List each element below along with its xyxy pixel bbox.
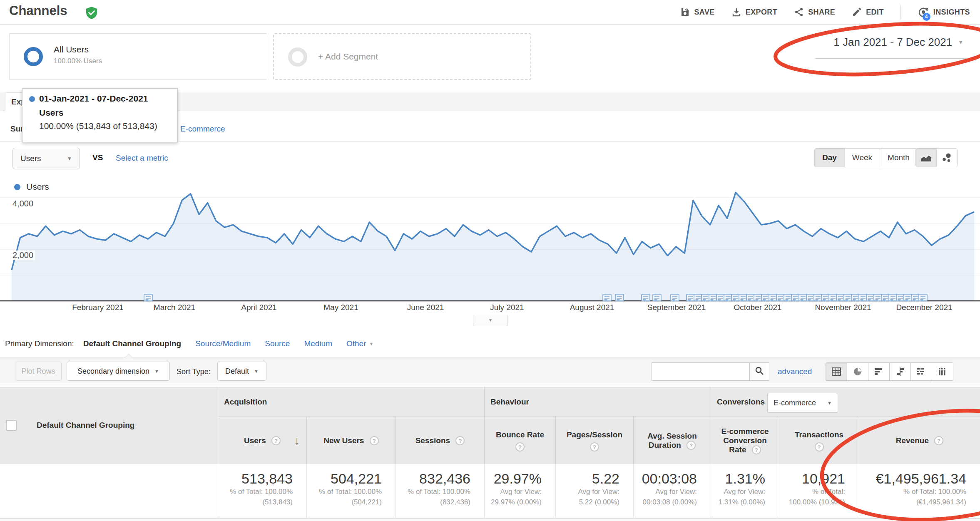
column-header-new-users[interactable]: New Users ? — [306, 417, 395, 464]
total-subtext: 100.00% (10,921) — [779, 497, 845, 508]
total-cell-bounce-rate: 29.97%Avg for View:29.97% (0.00%) — [484, 464, 548, 519]
analytics-channels-report: Channels SAVE EXPORT SHARE EDIT — [0, 0, 980, 521]
pivot-view-icon[interactable] — [932, 363, 953, 380]
total-value: 832,436 — [396, 471, 470, 487]
total-subtext: (€1,495,961.34) — [859, 497, 966, 508]
edit-button[interactable]: EDIT — [852, 7, 884, 17]
help-icon[interactable]: ? — [934, 436, 943, 445]
performance-view-icon[interactable] — [868, 363, 890, 380]
granularity-week[interactable]: Week — [845, 149, 880, 167]
dimension-default-channel-grouping[interactable]: Default Channel Grouping — [83, 339, 181, 348]
annotation-bubble-icon[interactable] — [670, 294, 679, 301]
annotation-bubble-icon[interactable] — [615, 294, 624, 301]
column-header-label: New Users — [323, 436, 366, 445]
total-subtext: Avg for View: — [634, 487, 697, 497]
tooltip-date: 01-Jan-2021 - 07-Dec-2021 — [39, 94, 148, 104]
dimension-medium[interactable]: Medium — [304, 339, 332, 348]
vs-label: VS — [92, 153, 103, 162]
metric-dropdown[interactable]: Users ▼ — [12, 148, 80, 169]
dimension-other[interactable]: Other — [346, 339, 366, 348]
total-cell-transactions: 10,921% of Total:100.00% (10,921) — [779, 464, 852, 519]
add-segment-button[interactable]: + Add Segment — [273, 33, 531, 80]
divider — [900, 5, 901, 19]
y-axis-tick: 4,000 — [11, 199, 35, 208]
page-title: Channels — [9, 3, 67, 18]
granularity-day[interactable]: Day — [815, 149, 845, 167]
dimension-source-medium[interactable]: Source/Medium — [195, 339, 251, 348]
group-conversions: Conversions E-commerce ▼ — [711, 387, 980, 417]
date-range-selector[interactable]: 1 Jan 2021 - 7 Dec 2021 ▼ — [833, 36, 963, 49]
table-toolbar: Plot Rows Secondary dimension ▼ Sort Typ… — [0, 357, 980, 385]
column-header-pages-session[interactable]: Pages/Session? — [555, 417, 633, 464]
search-button[interactable] — [749, 362, 769, 381]
annotation-bubble-icon[interactable] — [918, 294, 928, 301]
select-all-checkbox[interactable] — [6, 420, 17, 431]
chevron-down-icon: ▼ — [369, 341, 374, 346]
table-search-input[interactable] — [652, 362, 750, 381]
save-button[interactable]: SAVE — [680, 7, 714, 17]
annotation-bubble-icon[interactable] — [602, 294, 612, 301]
column-header-label: E-commerce Conversion Rate — [721, 427, 769, 454]
column-header-avg-session-duration[interactable]: Avg. Session Duration ? — [633, 417, 711, 464]
total-cell-users: 513,843% of Total: 100.00%(513,843) — [218, 464, 299, 519]
export-button[interactable]: EXPORT — [731, 7, 777, 17]
total-subtext: (832,436) — [396, 497, 470, 508]
secondary-dimension-dropdown[interactable]: Secondary dimension ▼ — [67, 362, 170, 381]
sort-type-dropdown[interactable]: Default ▼ — [217, 362, 266, 381]
granularity-month[interactable]: Month — [880, 149, 917, 167]
total-value: 1.31% — [711, 471, 765, 487]
column-header-label: Pages/Session — [567, 430, 622, 439]
users-line-chart[interactable] — [0, 189, 980, 302]
help-icon[interactable]: ? — [590, 442, 599, 452]
help-icon[interactable]: ? — [752, 445, 761, 454]
comparison-view-icon[interactable] — [890, 363, 911, 380]
subtab-ecommerce[interactable]: E-commerce — [180, 124, 225, 134]
column-header-users[interactable]: Users ?↓ — [218, 417, 306, 464]
x-axis-month-label: April 2021 — [226, 303, 292, 312]
granularity-toggle: Day Week Month — [814, 148, 918, 167]
annotations-collapse-tab[interactable]: ▼ — [473, 315, 508, 326]
term-cloud-view-icon[interactable] — [911, 363, 932, 380]
motion-chart-icon[interactable] — [937, 149, 957, 167]
total-subtext: Avg for View: — [485, 487, 542, 497]
help-icon[interactable]: ? — [455, 436, 465, 445]
table-view-icon[interactable] — [826, 363, 847, 380]
total-subtext: % of Total: — [779, 487, 845, 497]
conversions-goal-dropdown[interactable]: E-commerce ▼ — [767, 393, 838, 413]
help-icon[interactable]: ? — [271, 436, 281, 445]
advanced-search-link[interactable]: advanced — [778, 367, 812, 376]
plot-rows-button[interactable]: Plot Rows — [15, 362, 62, 381]
tooltip-value: 100.00% (513,843 of 513,843) — [39, 121, 157, 131]
percentage-view-icon[interactable] — [847, 363, 868, 380]
help-icon[interactable]: ? — [515, 442, 525, 452]
total-subtext: % of Total: 100.00% — [307, 487, 382, 497]
chevron-down-icon: ▼ — [67, 156, 72, 161]
total-value: €1,495,961.34 — [859, 471, 966, 487]
segment-all-users[interactable]: All Users 100.00% Users — [9, 33, 267, 80]
column-header-transactions[interactable]: Transactions? — [779, 417, 859, 464]
share-button[interactable]: SHARE — [794, 7, 835, 17]
total-value: 513,843 — [218, 471, 293, 487]
annotation-bubble-icon[interactable] — [652, 294, 662, 301]
total-cell-new-users: 504,221% of Total: 100.00%(504,221) — [306, 464, 388, 519]
insights-button[interactable]: 4 INSIGHTS — [918, 6, 970, 18]
line-chart-icon[interactable] — [916, 149, 937, 167]
help-icon[interactable]: ? — [686, 441, 696, 450]
select-metric-link[interactable]: Select a metric — [116, 154, 168, 163]
help-icon[interactable]: ? — [815, 442, 824, 452]
total-cell-revenue: €1,495,961.34% of Total: 100.00%(€1,495,… — [859, 464, 973, 519]
help-icon[interactable]: ? — [370, 436, 379, 445]
column-header-e-commerce-conversion-rate[interactable]: E-commerce Conversion Rate ? — [711, 417, 779, 464]
primary-dimension-label: Primary Dimension: — [5, 339, 74, 348]
total-subtext: 00:03:08 (0.00%) — [634, 497, 697, 508]
column-header-label: Bounce Rate — [496, 430, 544, 439]
column-header-sessions[interactable]: Sessions ? — [395, 417, 484, 464]
column-header-label: Users — [244, 436, 268, 445]
annotation-bubble-icon[interactable] — [641, 294, 650, 301]
x-axis-month-label: June 2021 — [392, 303, 459, 312]
column-header-bounce-rate[interactable]: Bounce Rate? — [484, 417, 555, 464]
dimension-source[interactable]: Source — [265, 339, 290, 348]
column-header-revenue[interactable]: Revenue ? — [859, 417, 980, 464]
report-actions: SAVE EXPORT SHARE EDIT 4 INSIGHTS — [680, 0, 970, 24]
annotation-bubble-icon[interactable] — [144, 294, 153, 301]
